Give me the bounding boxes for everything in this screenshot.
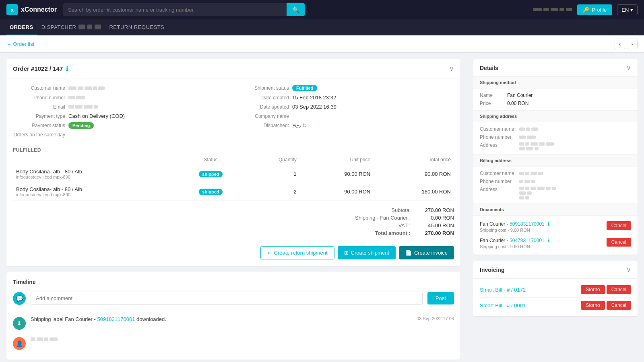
next-button[interactable]: › (627, 39, 638, 49)
timeline-content-2 (31, 336, 454, 342)
detail-label: Customer name (13, 85, 65, 91)
search-input[interactable] (63, 3, 287, 16)
detail-label: Date updated (237, 104, 289, 110)
timeline-title: Timeline (13, 279, 454, 285)
profile-label: Profile (592, 7, 607, 13)
left-panel: Order #1022 / 147 ℹ ∨ Customer name (0, 53, 467, 362)
customer-name-placeholder (68, 86, 105, 90)
detail-payment-status: Payment status Pending (13, 122, 230, 129)
item-sku: infoquestdev | cod mpk-890 (16, 175, 174, 179)
cancel-button-2[interactable]: Cancel (607, 301, 631, 310)
col-status: Status (177, 154, 245, 165)
document-item-1: Fan Courier - 5091831170001 ℹ Shipping c… (480, 219, 631, 235)
details-collapse-button[interactable]: ∨ (626, 64, 631, 72)
shipment-status-badge: Fulfilled (292, 85, 317, 91)
invoicing-title: Invoicing (480, 267, 504, 273)
subnav-item-dispatcher[interactable]: DISPATCHER (38, 19, 105, 35)
detail-label: Payment type (13, 113, 65, 119)
timeline-text-2 (31, 336, 454, 342)
timeline-timestamp: 03 Sep 2022 17:08 (417, 316, 454, 321)
create-invoice-button[interactable]: 📄 Create invoice (399, 246, 454, 259)
total-value: 270.00 RON (414, 230, 454, 236)
document-info-1: Fan Courier - 5091831170001 ℹ Shipping c… (480, 221, 549, 232)
create-shipment-button[interactable]: ⊞ Create shipment (338, 246, 396, 259)
ba-address-label: Address (480, 187, 516, 192)
comment-input[interactable] (31, 292, 423, 305)
shipping-row: Shipping - Fan Courier : 0.00 RON (13, 215, 454, 221)
key-icon: 🔑 (583, 7, 589, 13)
sa-phone-value (519, 136, 536, 139)
profile-button[interactable]: 🔑 Profile (577, 4, 612, 15)
collapse-button[interactable]: ∨ (449, 65, 454, 72)
prev-button[interactable]: ‹ (615, 39, 625, 49)
payment-status-badge: Pending (68, 122, 94, 129)
doc-tracking-1[interactable]: 5091831170001 (510, 221, 545, 227)
detail-company-name: Company name (237, 113, 454, 119)
shipping-address-section: Shipping address Customer name Phone num… (473, 110, 638, 154)
search-button[interactable]: 🔍 (287, 3, 305, 16)
vat-row: VAT : 45.00 RON (13, 222, 454, 228)
cancel-button-1[interactable]: Cancel (607, 285, 631, 294)
dispatcher-icon1 (78, 25, 85, 29)
lang-button[interactable]: EN ▾ (617, 4, 638, 15)
sm-name-value: Fan Courier (507, 93, 533, 98)
invoicing-collapse-button[interactable]: ∨ (626, 266, 631, 274)
storno-button-1[interactable]: Storno (581, 285, 605, 294)
detail-phone: Phone number (13, 95, 230, 101)
logo-icon: x (6, 4, 18, 15)
sa-customer-row: Customer name (480, 126, 631, 132)
col-total-price: Total price (374, 154, 454, 165)
logo-text: xConnector (21, 6, 57, 13)
subnav-item-return[interactable]: RETURN REQUESTS (106, 19, 167, 35)
invoice-actions-1: Storno Cancel (581, 285, 631, 294)
sa-customer-value (519, 128, 538, 131)
doc-shipping-cost-1: Shipping cost - 9.00 RON (480, 228, 549, 232)
col-unit-price: Unit price (300, 154, 374, 165)
vat-value: 45.00 RON (414, 222, 454, 228)
date-updated-value: 03 Sep 2022 16:39 (292, 104, 336, 110)
nav-arrows: ‹ › (615, 39, 638, 49)
create-return-button[interactable]: ↩ Create return shipment (260, 246, 334, 259)
refresh-icon[interactable]: ↻ (302, 122, 307, 129)
invoice-icon: 📄 (405, 250, 412, 256)
sa-phone-label: Phone number (480, 134, 516, 140)
doc-carrier-1: Fan Courier - (480, 221, 510, 227)
timeline-icon-download: ⬇ (13, 317, 26, 330)
subnav-item-orders[interactable]: ORDERS (6, 19, 37, 35)
doc-info-icon-1: ℹ (547, 221, 549, 227)
col-product (13, 154, 177, 165)
details-card-header: Details ∨ (473, 59, 638, 77)
order-details: Customer name Shipment status Fulfilled (6, 78, 460, 144)
ba-phone-value (519, 180, 535, 183)
shipping-label: Shipping - Fan Courier : (333, 215, 414, 221)
detail-payment-type: Payment type Cash on Delivery (COD) (13, 113, 230, 119)
total-row: Total amount : 270.00 RON (13, 230, 454, 236)
doc-cancel-button-1[interactable]: Cancel (607, 221, 631, 230)
doc-tracking-2[interactable]: 5047831170001 (510, 238, 545, 243)
item-status-badge: shipped (199, 189, 222, 195)
doc-cancel-button-2[interactable]: Cancel (607, 238, 631, 247)
vat-label: VAT : (333, 222, 414, 228)
dispatcher-icon3 (95, 25, 101, 29)
timeline-link[interactable]: 5091831170001 (97, 316, 135, 322)
invoicing-card-header: Invoicing ∨ (473, 261, 638, 279)
detail-label: Phone number (13, 95, 65, 101)
breadcrumb[interactable]: ← Order list (6, 41, 34, 47)
email-placeholder (68, 105, 98, 109)
invoice-item-2: Smart Bill - # / 0001 Storno Cancel (480, 298, 631, 313)
document-link-2: Fan Courier - 5047831170001 ℹ (480, 238, 549, 243)
dispatched-value: Yes ↻ (292, 122, 307, 129)
shipping-address-title: Shipping address (473, 111, 638, 122)
details-title: Details (480, 65, 498, 71)
sm-price-value: 0.00 RON (507, 101, 528, 106)
document-link-1: Fan Courier - 5091831170001 ℹ (480, 221, 549, 227)
storno-button-2[interactable]: Storno (581, 301, 605, 310)
post-button[interactable]: Post (427, 292, 454, 304)
comment-avatar: 💬 (13, 292, 26, 305)
invoice-link-1[interactable]: Smart Bill - # / 0172 (480, 287, 526, 293)
subtotal-row: Subtotal 270.00 RON (13, 207, 454, 213)
section-title: FULFILLED (13, 144, 454, 154)
invoicing-card: Invoicing ∨ Smart Bill - # / 0172 Storno… (473, 261, 638, 316)
total-label: Total amount : (333, 230, 414, 236)
invoice-link-2[interactable]: Smart Bill - # / 0001 (480, 302, 526, 309)
